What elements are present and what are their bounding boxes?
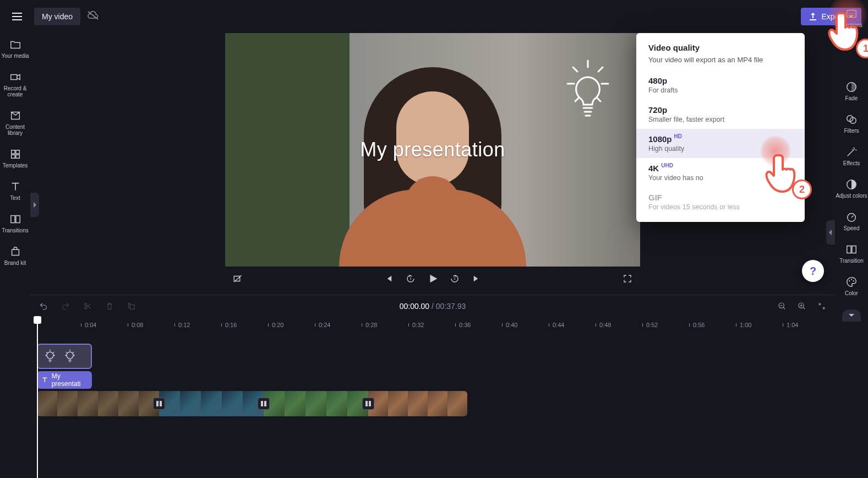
video-segment[interactable] [37,391,159,416]
fullscreen-button[interactable] [619,270,636,287]
sidebar-item-label: Transitions [2,227,29,233]
export-option-gif[interactable]: GIF For videos 15 seconds or less [636,187,805,216]
transitions-icon [9,213,21,225]
bulb-icon [62,349,78,364]
sidebar-item-templates[interactable]: Templates [0,146,30,171]
rightbar-item-label: Adjust colors [836,193,867,199]
video-segment[interactable] [159,391,264,416]
sidebar-item-label: Content library [0,124,30,136]
sidebar-item-content-library[interactable]: Content library [0,107,30,138]
sidebar-item-your-media[interactable]: Your media [0,36,30,61]
safe-zones-button[interactable] [230,270,246,287]
text-icon [41,376,48,384]
transition-handle[interactable] [362,398,374,410]
ruler-tick: 0:48 [596,322,611,328]
export-option-name: 480p [648,76,667,85]
ruler-tick: 0:12 [174,322,190,328]
text-icon [9,181,21,193]
redo-button[interactable] [59,300,72,313]
wand-icon [845,146,858,158]
sidebar-item-record-create[interactable]: Record & create [0,69,30,100]
fade-icon [845,81,858,93]
split-button[interactable] [81,300,94,313]
project-name[interactable]: My video [34,8,80,25]
playhead[interactable] [37,317,38,478]
grid-icon [9,148,21,160]
video-segment[interactable] [264,391,368,416]
video-preview[interactable]: My presentation [225,33,640,267]
ruler-tick: 0:08 [128,322,143,328]
rightbar-item-fade[interactable]: Fade [835,79,868,104]
sidebar-item-label: Templates [3,162,28,169]
export-option-desc: Your video has no [648,174,793,182]
ruler-tick: 0:04 [81,322,96,328]
ruler-tick: 0:16 [221,322,237,328]
folder-icon [9,39,21,51]
transition-handle[interactable] [153,398,165,410]
export-option-720p[interactable]: 720p Smaller file, faster export [636,100,805,129]
export-option-480p[interactable]: 480p For drafts [636,70,805,100]
delete-button[interactable] [103,300,116,313]
bag-icon [9,246,21,258]
bulb-icon [42,349,58,364]
video-segment[interactable] [368,391,467,416]
timeline-toolbar: 00:00.00 / 00:37.93 [37,295,828,317]
sidebar-item-brand-kit[interactable]: Brand kit [0,243,30,268]
play-button[interactable] [424,270,441,287]
rightbar-item-effects[interactable]: Effects [835,144,868,169]
sidebar-item-transitions[interactable]: Transitions [0,211,30,236]
hamburger-menu[interactable] [7,6,28,27]
zoom-out-button[interactable] [776,300,789,313]
palette-icon [845,276,858,288]
help-button[interactable]: ? [802,260,824,282]
export-option-4k[interactable]: 4KUHD Your video has no [636,158,805,187]
graphic-clip[interactable] [37,344,92,369]
export-popover-title: Video quality [636,43,805,56]
timeline-tracks: My presentati [37,344,828,416]
player-controls: 5 5 [225,267,640,291]
export-option-desc: High quality [648,145,793,153]
zoom-in-button[interactable] [795,300,809,313]
svg-text:5: 5 [410,277,412,280]
export-popover-subtitle: Your video will export as an MP4 file [636,56,805,70]
text-clip-label: My presentati [52,372,88,388]
ruler-tick: 0:52 [642,322,658,328]
rightbar-item-label: Color [845,290,858,296]
transition-handle[interactable] [258,398,270,410]
export-option-badge: HD [674,133,682,139]
export-option-name: 1080p [648,134,672,144]
rightbar-item-transition[interactable]: Transition [835,241,868,266]
ruler-tick: 0:44 [549,322,564,328]
zoom-fit-button[interactable] [815,300,828,313]
text-clip[interactable]: My presentati [37,371,92,389]
rewind-button[interactable]: 5 [402,270,419,287]
right-sidebar: CC Captions Fade Filters Effects Adjust … [835,0,868,478]
rightbar-more[interactable] [842,309,861,322]
rightbar-item-speed[interactable]: Speed [835,209,868,233]
skip-start-button[interactable] [380,270,397,287]
duplicate-button[interactable] [125,300,138,313]
export-option-name: 720p [648,105,667,115]
rightbar-item-color[interactable]: Color [835,274,868,298]
rightbar-item-label: Effects [843,160,860,166]
svg-point-8 [851,279,852,280]
hamburger-icon [12,12,23,21]
library-icon [9,110,21,122]
timeline-ruler[interactable]: 0:040:080:120:160:200:240:280:320:360:40… [37,319,828,335]
skip-end-button[interactable] [468,270,485,287]
undo-button[interactable] [37,300,50,313]
rightbar-item-captions[interactable]: CC Captions [835,6,868,30]
export-option-desc: For drafts [648,86,793,94]
svg-point-7 [849,280,850,281]
contrast-icon [845,178,858,191]
export-option-1080p[interactable]: 1080pHD High quality [636,129,805,158]
ruler-tick: 1:04 [783,322,798,328]
video-clip-group[interactable] [37,391,467,416]
sidebar-item-label: Your media [1,53,29,59]
text-track: My presentati [37,371,828,389]
sidebar-item-text[interactable]: Text [0,178,30,203]
forward-button[interactable]: 5 [446,270,463,287]
rightbar-item-filters[interactable]: Filters [835,111,868,136]
top-bar: My video Export [0,0,868,33]
rightbar-item-adjust-colors[interactable]: Adjust colors [835,176,868,201]
